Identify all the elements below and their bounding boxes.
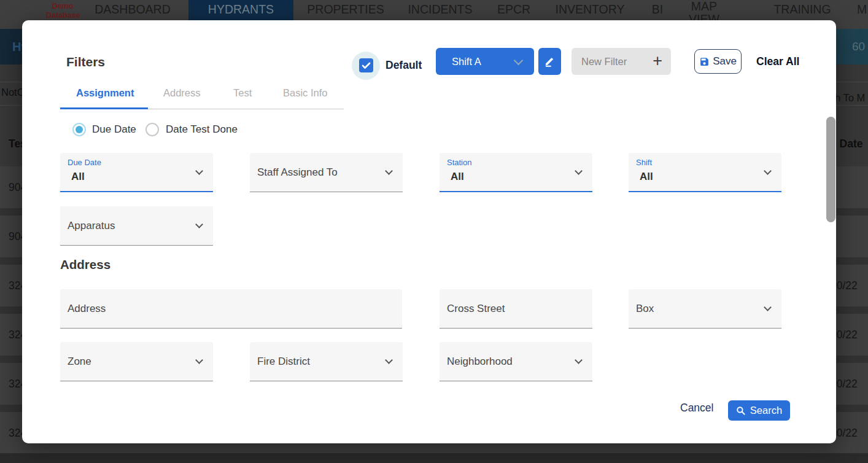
pencil-icon [543,55,556,68]
address-section-heading: Address [60,257,110,272]
nav-item-dashboard[interactable]: DASHBOARD [95,1,171,18]
nav-item-inventory[interactable]: INVENTORY [555,1,624,18]
logo-line2: Database [46,11,79,20]
cross-street-input[interactable]: Cross Street [440,289,592,329]
default-checkbox[interactable] [359,58,373,72]
clear-all-button[interactable]: Clear All [756,55,799,68]
apparatus-label: Apparatus [68,206,115,245]
header-count-partial: 60 [852,29,865,64]
shift-select[interactable]: Shift All [629,153,781,192]
station-select[interactable]: Station All [440,153,592,192]
chevron-down-icon [764,303,772,311]
nav-item-epcr[interactable]: EPCR [497,1,530,18]
neighborhood-select[interactable]: Neighborhood [440,342,592,381]
radio-date-test-done-label: Date Test Done [166,123,238,136]
filters-modal: Filters Default Shift A + Save Clear All… [22,20,836,443]
apparatus-select[interactable]: Apparatus [60,206,213,246]
due-date-select[interactable]: Due Date All [60,153,213,192]
active-tab-underline [60,107,148,109]
checkmark-icon [360,60,372,71]
new-filter-group: + [572,48,671,75]
shift-select-label: Shift [636,158,652,167]
tab-basic-info[interactable]: Basic Info [283,82,327,104]
zone-label: Zone [68,342,91,381]
floppy-disk-icon [699,56,710,67]
tab-test[interactable]: Test [233,82,252,104]
chevron-down-icon [764,167,772,175]
saved-filter-select[interactable]: Shift A [436,48,534,75]
station-select-value: All [451,171,464,183]
save-button[interactable]: Save [694,49,742,74]
app-logo[interactable]: Demo Database [46,2,79,20]
fire-district-label: Fire District [257,342,310,381]
search-button-label: Search [750,405,782,416]
tab-assignment[interactable]: Assignment [76,82,134,104]
tab-address[interactable]: Address [163,82,201,104]
staff-assigned-to-label: Staff Assigned To [257,153,338,192]
edit-filter-button[interactable] [538,48,561,75]
switch-to-map-button-partial[interactable]: h To M [835,92,865,104]
box-label: Box [636,289,654,328]
nav-item-properties[interactable]: PROPERTIES [307,1,384,18]
nav-item-training[interactable]: TRAINING [773,1,831,18]
shift-select-value: All [640,171,653,183]
radio-date-test-done[interactable] [145,123,159,136]
radio-due-date-label: Due Date [92,123,136,136]
chevron-down-icon [575,167,583,175]
due-date-select-value: All [71,171,85,183]
modal-title: Filters [66,55,105,69]
plus-icon[interactable]: + [653,48,662,74]
box-select[interactable]: Box [629,289,781,329]
nav-item-more-truncated[interactable]: M [857,1,867,18]
nav-item-bi[interactable]: BI [652,1,663,18]
fire-district-select[interactable]: Fire District [250,342,403,381]
cross-street-label: Cross Street [447,289,505,328]
magnifier-icon [736,406,746,416]
chevron-down-icon [195,220,203,228]
nav-item-incidents[interactable]: INCIDENTS [408,1,472,18]
save-button-label: Save [713,55,737,68]
neighborhood-label: Neighborhood [447,342,513,381]
saved-filter-value: Shift A [452,48,481,75]
due-date-select-label: Due Date [68,158,101,167]
address-input[interactable]: Address [60,289,402,329]
chevron-down-icon [195,167,203,175]
zone-select[interactable]: Zone [60,342,213,381]
chevron-down-icon [195,356,203,364]
chevron-down-icon [575,356,583,364]
nav-item-hydrants-label: HYDRANTS [188,0,293,18]
radio-due-date[interactable] [72,123,86,136]
search-button[interactable]: Search [728,400,790,421]
default-checkbox-label: Default [386,59,422,72]
new-filter-input[interactable] [581,48,649,75]
logo-line1: Demo [46,2,79,11]
address-input-label: Address [68,289,106,328]
station-select-label: Station [447,158,471,167]
status-chip-partial[interactable]: NotC [1,87,25,98]
modal-scrollbar-thumb[interactable] [826,117,835,222]
chevron-down-icon [385,167,393,175]
page-bottom-scroll-track[interactable] [0,453,868,463]
chevron-down-icon [514,56,524,66]
chevron-down-icon [385,356,393,364]
cancel-button[interactable]: Cancel [680,402,713,414]
staff-assigned-to-select[interactable]: Staff Assigned To [250,153,403,192]
